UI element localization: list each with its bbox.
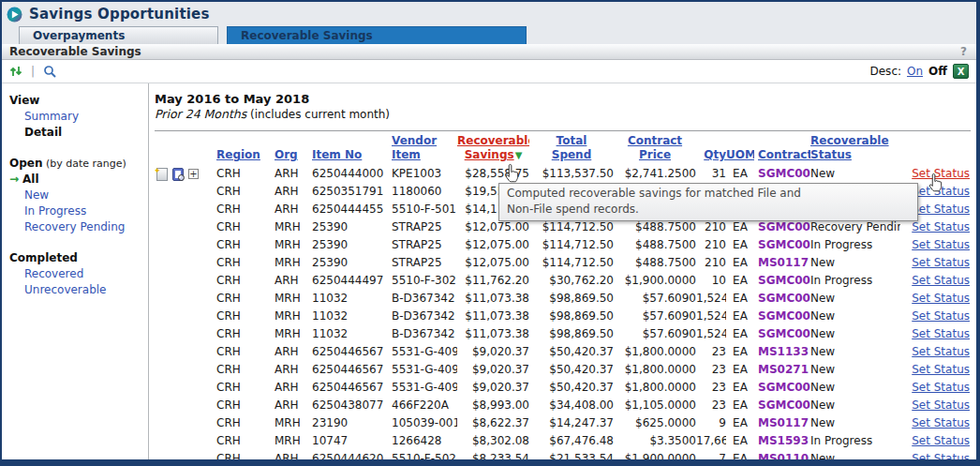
sidebar-item-unrecoverable[interactable]: Unrecoverable bbox=[2, 282, 148, 298]
total-spend-cell: $34,408.00 bbox=[529, 397, 614, 414]
set-status-link[interactable]: Set Status bbox=[912, 274, 970, 287]
set-status-link[interactable]: Set Status bbox=[912, 203, 970, 216]
set-status-link[interactable]: Set Status bbox=[912, 327, 970, 340]
set-status-link[interactable]: Set Status bbox=[912, 185, 970, 198]
recoverable-savings-header[interactable]: RecoverableSavings▼ bbox=[457, 134, 529, 162]
contract-price-sort-link[interactable]: Contract bbox=[628, 134, 682, 147]
recoverable-status-cell: New bbox=[810, 308, 900, 325]
sidebar-item-label: Recovered bbox=[24, 267, 83, 280]
contract-cell[interactable]: SGMC00 bbox=[754, 325, 810, 343]
total-spend-cell: $14,247.37 bbox=[529, 414, 614, 432]
set-status-link[interactable]: Set Status bbox=[912, 416, 970, 429]
sidebar-item-new[interactable]: New bbox=[2, 188, 148, 203]
contract-cell[interactable]: SGMC00 bbox=[754, 165, 810, 183]
help-icon[interactable]: ? bbox=[960, 45, 967, 58]
contract-price-sort-link[interactable]: Price bbox=[639, 148, 671, 161]
set-status-link[interactable]: Set Status bbox=[912, 363, 970, 376]
set-status-link[interactable]: Set Status bbox=[912, 345, 970, 358]
expand-row-icon[interactable]: + bbox=[188, 169, 199, 179]
vendor-item-header[interactable]: VendorItem bbox=[392, 134, 457, 162]
item-no-cell: 6250446567 bbox=[312, 343, 392, 361]
region-header[interactable]: Region bbox=[211, 148, 268, 162]
sidebar-item-summary[interactable]: Summary bbox=[2, 109, 148, 125]
qty-header[interactable]: Qty bbox=[696, 148, 726, 162]
set-status-link[interactable]: Set Status bbox=[912, 167, 970, 180]
region-cell: CRH bbox=[211, 325, 268, 343]
recoverable-savings-sort-link[interactable]: Recoverable bbox=[457, 134, 529, 147]
contract-cell[interactable]: MS0117 bbox=[754, 414, 810, 432]
contract-cell[interactable]: MS1133 bbox=[754, 343, 810, 361]
uom-header[interactable]: UOM bbox=[726, 148, 754, 162]
region-cell: CRH bbox=[211, 254, 268, 272]
set-status-cell: Set Status bbox=[900, 165, 975, 183]
set-status-cell: Set Status bbox=[900, 272, 975, 290]
contract-price-header[interactable]: ContractPrice bbox=[614, 134, 696, 162]
set-status-link[interactable]: Set Status bbox=[912, 398, 970, 412]
set-status-link[interactable]: Set Status bbox=[912, 452, 970, 459]
org-cell: ARH bbox=[268, 272, 312, 290]
set-status-link[interactable]: Set Status bbox=[912, 256, 970, 269]
contract-cell[interactable]: SGMC00 bbox=[754, 397, 810, 414]
contract-cell[interactable]: MS0271 bbox=[754, 361, 810, 379]
item-no-header[interactable]: Item No bbox=[312, 148, 392, 162]
sidebar-item-recovery-pending[interactable]: Recovery Pending bbox=[2, 219, 148, 235]
contract-cell[interactable]: MS1593 bbox=[754, 432, 810, 450]
sidebar-item-all[interactable]: →All bbox=[2, 172, 148, 188]
uom-cell: EA bbox=[726, 361, 754, 379]
recoverable-status-sort-link[interactable]: Recoverable bbox=[810, 134, 889, 147]
refresh-icon[interactable] bbox=[9, 65, 22, 78]
row-tools bbox=[155, 343, 211, 361]
total-spend-header[interactable]: TotalSpend bbox=[529, 134, 614, 162]
recoverable-savings-sort-link[interactable]: Savings bbox=[465, 148, 514, 161]
contract-cell[interactable]: SGMC00 bbox=[754, 308, 810, 325]
contract-cell[interactable]: SGMC00 bbox=[754, 272, 810, 290]
audit-detail-icon[interactable] bbox=[172, 168, 184, 181]
item-no-sort-link[interactable]: Item No bbox=[312, 148, 362, 161]
tab-overpayments[interactable]: Overpayments bbox=[19, 26, 218, 44]
contract-cell[interactable]: SGMC00 bbox=[754, 236, 810, 254]
set-status-link[interactable]: Set Status bbox=[912, 434, 970, 447]
org-sort-link[interactable]: Org bbox=[275, 148, 298, 161]
qty-cell: 10 bbox=[696, 272, 726, 290]
contract-cell[interactable]: SGMC00 bbox=[754, 290, 810, 308]
contract-price-cell: $488.7500 bbox=[614, 236, 696, 254]
tab-recoverable-savings[interactable]: Recoverable Savings bbox=[227, 26, 527, 44]
org-cell: ARH bbox=[268, 165, 312, 183]
total-spend-cell: $113,537.50 bbox=[529, 165, 614, 183]
total-spend-sort-link[interactable]: Spend bbox=[552, 148, 592, 161]
export-excel-icon[interactable]: X bbox=[953, 64, 969, 79]
content-area: ViewSummaryDetailOpen (by date range)→Al… bbox=[2, 83, 976, 459]
desc-off-toggle[interactable]: Off bbox=[928, 65, 947, 78]
vendor-item-sort-link[interactable]: Vendor bbox=[392, 134, 437, 147]
desc-on-link[interactable]: On bbox=[907, 65, 923, 78]
org-header[interactable]: Org bbox=[268, 148, 312, 162]
contract-cell[interactable]: SGMC00 bbox=[754, 379, 810, 397]
contract-cell[interactable]: MS0110 bbox=[754, 450, 810, 459]
search-icon[interactable] bbox=[43, 65, 56, 78]
recoverable-status-header[interactable]: RecoverableStatus bbox=[810, 134, 900, 162]
qty-cell: 7 bbox=[696, 450, 726, 459]
set-status-link[interactable]: Set Status bbox=[912, 238, 970, 251]
set-status-link[interactable]: Set Status bbox=[912, 220, 970, 233]
uom-sort-link[interactable]: UOM bbox=[726, 148, 754, 161]
set-status-link[interactable]: Set Status bbox=[912, 309, 970, 323]
contract-cell[interactable]: MS0117 bbox=[754, 254, 810, 272]
total-spend-sort-link[interactable]: Total bbox=[557, 134, 587, 147]
recoverable-status-cell: New bbox=[810, 397, 900, 414]
sidebar-item-detail[interactable]: Detail bbox=[2, 125, 148, 141]
qty-sort-link[interactable]: Qty bbox=[704, 148, 726, 161]
note-icon[interactable] bbox=[156, 168, 168, 181]
region-sort-link[interactable]: Region bbox=[216, 148, 260, 161]
contract-sort-link[interactable]: Contract bbox=[758, 148, 810, 161]
recoverable-status-cell: In Progress bbox=[810, 236, 900, 254]
set-status-link[interactable]: Set Status bbox=[912, 292, 970, 305]
contract-header[interactable]: Contract bbox=[754, 148, 810, 162]
sidebar-item-recovered[interactable]: Recovered bbox=[2, 266, 148, 282]
set-status-link[interactable]: Set Status bbox=[912, 381, 970, 394]
sidebar-item-in-progress[interactable]: In Progress bbox=[2, 203, 148, 219]
recoverable-status-sort-link[interactable]: Status bbox=[810, 148, 852, 161]
total-spend-cell: $50,420.37 bbox=[529, 343, 614, 361]
vendor-item-cell: 1266428 bbox=[392, 432, 457, 450]
divider bbox=[155, 130, 971, 131]
vendor-item-sort-link[interactable]: Item bbox=[392, 148, 421, 161]
